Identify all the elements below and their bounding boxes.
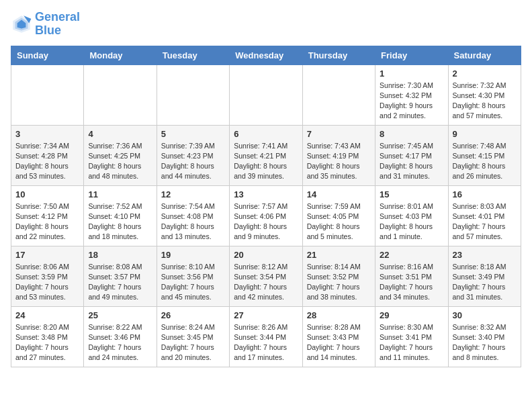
logo: General Blue [11,11,80,38]
day-info: Sunrise: 7:41 AMSunset: 4:21 PMDaylight:… [234,141,298,182]
day-info: Sunrise: 7:36 AMSunset: 4:25 PMDaylight:… [88,141,152,182]
day-cell: 18Sunrise: 8:08 AMSunset: 3:57 PMDayligh… [84,246,157,306]
calendar: SundayMondayTuesdayWednesdayThursdayFrid… [11,46,521,367]
day-cell: 16Sunrise: 8:03 AMSunset: 4:01 PMDayligh… [448,185,521,246]
day-number: 8 [380,129,443,139]
day-info: Sunrise: 7:45 AMSunset: 4:17 PMDaylight:… [380,141,443,182]
day-info: Sunrise: 8:10 AMSunset: 3:56 PMDaylight:… [161,262,225,303]
day-info: Sunrise: 8:01 AMSunset: 4:03 PMDaylight:… [380,201,443,242]
weekday-header-wednesday: Wednesday [230,46,302,64]
day-number: 15 [380,189,443,199]
day-number: 9 [453,129,517,139]
day-info: Sunrise: 7:48 AMSunset: 4:15 PMDaylight:… [453,141,517,182]
day-info: Sunrise: 8:14 AMSunset: 3:52 PMDaylight:… [307,262,371,303]
weekday-header-row: SundayMondayTuesdayWednesdayThursdayFrid… [11,46,521,64]
day-cell: 9Sunrise: 7:48 AMSunset: 4:15 PMDaylight… [448,125,521,185]
day-cell: 10Sunrise: 7:50 AMSunset: 4:12 PMDayligh… [11,185,84,246]
day-number: 28 [307,310,371,320]
day-info: Sunrise: 7:43 AMSunset: 4:19 PMDaylight:… [307,141,371,182]
day-cell: 28Sunrise: 8:28 AMSunset: 3:43 PMDayligh… [302,306,375,367]
day-number: 3 [15,129,79,139]
weekday-header-tuesday: Tuesday [157,46,229,64]
header: General Blue [11,11,521,38]
day-number: 27 [234,310,298,320]
day-info: Sunrise: 8:06 AMSunset: 3:59 PMDaylight:… [15,262,79,303]
day-cell: 7Sunrise: 7:43 AMSunset: 4:19 PMDaylight… [302,125,375,185]
weekday-header-saturday: Saturday [448,46,521,64]
day-cell: 17Sunrise: 8:06 AMSunset: 3:59 PMDayligh… [11,246,84,306]
day-cell: 11Sunrise: 7:52 AMSunset: 4:10 PMDayligh… [84,185,157,246]
day-cell: 14Sunrise: 7:59 AMSunset: 4:05 PMDayligh… [302,185,375,246]
day-cell: 24Sunrise: 8:20 AMSunset: 3:48 PMDayligh… [11,306,84,367]
day-cell: 26Sunrise: 8:24 AMSunset: 3:45 PMDayligh… [157,306,229,367]
week-row-1: 1Sunrise: 7:30 AMSunset: 4:32 PMDaylight… [11,64,521,125]
day-number: 25 [88,310,152,320]
day-number: 24 [15,310,79,320]
weekday-header-sunday: Sunday [11,46,84,64]
day-cell: 19Sunrise: 8:10 AMSunset: 3:56 PMDayligh… [157,246,229,306]
day-number: 19 [161,250,225,260]
day-cell: 12Sunrise: 7:54 AMSunset: 4:08 PMDayligh… [157,185,229,246]
day-info: Sunrise: 8:28 AMSunset: 3:43 PMDaylight:… [307,322,371,363]
logo-text: General Blue [35,11,80,38]
day-info: Sunrise: 8:24 AMSunset: 3:45 PMDaylight:… [161,322,225,363]
day-number: 17 [15,250,79,260]
logo-icon [11,13,32,35]
day-number: 16 [453,189,517,199]
day-cell [230,64,302,125]
day-info: Sunrise: 8:16 AMSunset: 3:51 PMDaylight:… [380,262,443,303]
day-cell [302,64,375,125]
day-number: 26 [161,310,225,320]
day-cell: 27Sunrise: 8:26 AMSunset: 3:44 PMDayligh… [230,306,302,367]
day-info: Sunrise: 7:52 AMSunset: 4:10 PMDaylight:… [88,201,152,242]
day-number: 13 [234,189,298,199]
day-cell: 23Sunrise: 8:18 AMSunset: 3:49 PMDayligh… [448,246,521,306]
day-cell: 8Sunrise: 7:45 AMSunset: 4:17 PMDaylight… [375,125,448,185]
day-info: Sunrise: 8:08 AMSunset: 3:57 PMDaylight:… [88,262,152,303]
day-info: Sunrise: 8:22 AMSunset: 3:46 PMDaylight:… [88,322,152,363]
day-info: Sunrise: 7:30 AMSunset: 4:32 PMDaylight:… [380,81,443,122]
day-number: 7 [307,129,371,139]
day-cell: 22Sunrise: 8:16 AMSunset: 3:51 PMDayligh… [375,246,448,306]
day-cell: 3Sunrise: 7:34 AMSunset: 4:28 PMDaylight… [11,125,84,185]
day-cell: 2Sunrise: 7:32 AMSunset: 4:30 PMDaylight… [448,64,521,125]
day-number: 5 [161,129,225,139]
day-info: Sunrise: 8:12 AMSunset: 3:54 PMDaylight:… [234,262,298,303]
day-cell: 13Sunrise: 7:57 AMSunset: 4:06 PMDayligh… [230,185,302,246]
day-info: Sunrise: 7:50 AMSunset: 4:12 PMDaylight:… [15,201,79,242]
day-cell: 25Sunrise: 8:22 AMSunset: 3:46 PMDayligh… [84,306,157,367]
day-cell: 4Sunrise: 7:36 AMSunset: 4:25 PMDaylight… [84,125,157,185]
day-cell: 6Sunrise: 7:41 AMSunset: 4:21 PMDaylight… [230,125,302,185]
day-number: 30 [453,310,517,320]
day-cell [11,64,84,125]
week-row-5: 24Sunrise: 8:20 AMSunset: 3:48 PMDayligh… [11,306,521,367]
day-cell: 21Sunrise: 8:14 AMSunset: 3:52 PMDayligh… [302,246,375,306]
day-number: 22 [380,250,443,260]
day-number: 11 [88,189,152,199]
day-info: Sunrise: 7:32 AMSunset: 4:30 PMDaylight:… [453,81,517,122]
day-number: 20 [234,250,298,260]
week-row-2: 3Sunrise: 7:34 AMSunset: 4:28 PMDaylight… [11,125,521,185]
day-cell: 1Sunrise: 7:30 AMSunset: 4:32 PMDaylight… [375,64,448,125]
day-info: Sunrise: 7:59 AMSunset: 4:05 PMDaylight:… [307,201,371,242]
week-row-3: 10Sunrise: 7:50 AMSunset: 4:12 PMDayligh… [11,185,521,246]
weekday-header-friday: Friday [375,46,448,64]
day-number: 1 [380,68,443,79]
day-number: 14 [307,189,371,199]
day-info: Sunrise: 8:18 AMSunset: 3:49 PMDaylight:… [453,262,517,303]
day-number: 10 [15,189,79,199]
day-info: Sunrise: 8:30 AMSunset: 3:41 PMDaylight:… [380,322,443,363]
day-number: 23 [453,250,517,260]
week-row-4: 17Sunrise: 8:06 AMSunset: 3:59 PMDayligh… [11,246,521,306]
weekday-header-monday: Monday [84,46,157,64]
day-info: Sunrise: 7:57 AMSunset: 4:06 PMDaylight:… [234,201,298,242]
day-number: 12 [161,189,225,199]
day-number: 21 [307,250,371,260]
day-cell [84,64,157,125]
day-info: Sunrise: 8:26 AMSunset: 3:44 PMDaylight:… [234,322,298,363]
day-number: 29 [380,310,443,320]
day-cell: 29Sunrise: 8:30 AMSunset: 3:41 PMDayligh… [375,306,448,367]
day-number: 18 [88,250,152,260]
day-info: Sunrise: 7:54 AMSunset: 4:08 PMDaylight:… [161,201,225,242]
day-info: Sunrise: 8:32 AMSunset: 3:40 PMDaylight:… [453,322,517,363]
